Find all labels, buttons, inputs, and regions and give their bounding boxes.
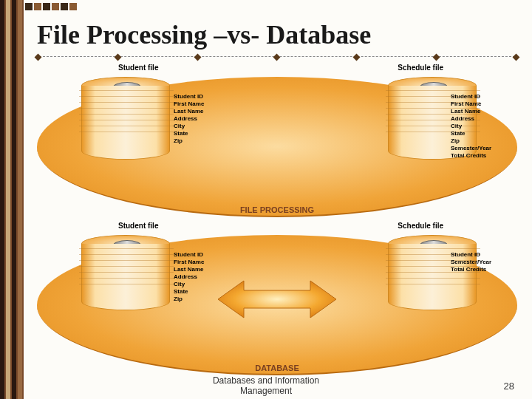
page-number: 28 — [504, 381, 514, 392]
schedule-file-label-db: Schedule file — [398, 222, 443, 230]
svg-marker-0 — [218, 281, 336, 318]
file-processing-section-label: FILE PROCESSING — [240, 205, 314, 214]
database-diagram: Student file Schedule file Student IDFir… — [37, 222, 517, 377]
decorative-left-border — [0, 0, 24, 399]
schedule-file-fields-db: Student IDSemester/YearTotal Credits — [451, 251, 517, 273]
student-file-label-db: Student file — [118, 222, 158, 230]
database-section-label: DATABASE — [255, 364, 299, 372]
bidirectional-arrow-icon — [218, 277, 336, 321]
student-file-fields-db: Student IDFirst NameLast NameAddressCity… — [174, 251, 204, 303]
title-divider — [35, 56, 519, 61]
schedule-file-label: Schedule file — [398, 64, 443, 72]
schedule-file-fields: Student IDFirst NameLast NameAddressCity… — [451, 93, 517, 160]
student-file-fields: Student IDFirst NameLast NameAddressCity… — [174, 93, 204, 145]
student-file-cylinder-icon — [81, 77, 170, 160]
decorative-squares — [25, 3, 77, 10]
slide-footer: Databases and InformationManagement — [0, 375, 532, 396]
slide-title: File Processing –vs- Database — [37, 19, 371, 50]
student-file-label: Student file — [118, 64, 158, 72]
student-file-cylinder-db-icon — [81, 235, 170, 310]
file-processing-diagram: Student file Schedule file Student IDFir… — [37, 64, 517, 219]
